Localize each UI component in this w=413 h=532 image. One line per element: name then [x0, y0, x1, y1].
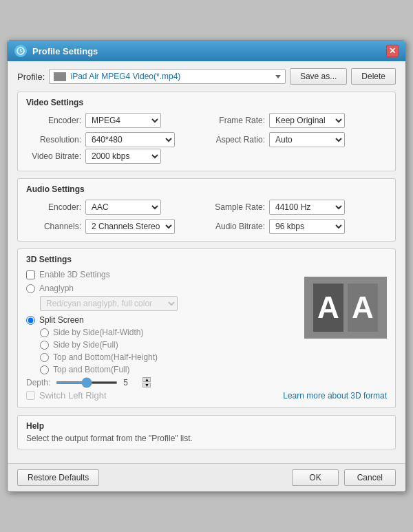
depth-value: 5 — [123, 378, 137, 387]
resolution-row: Resolution: 640*480 720*480 1280*720 — [26, 132, 203, 147]
video-bitrate-select[interactable]: 2000 kbps 1500 kbps 1000 kbps — [85, 149, 161, 164]
audio-encoder-label: Encoder: — [26, 202, 81, 212]
video-bitrate-row: Video Bitrate: 2000 kbps 1500 kbps 1000 … — [26, 149, 387, 164]
delete-button[interactable]: Delete — [351, 68, 396, 85]
resolution-select[interactable]: 640*480 720*480 1280*720 — [85, 132, 175, 147]
side-half-label: Side by Side(Half-Width) — [53, 328, 143, 337]
dialog-title: Profile Settings — [32, 46, 386, 56]
depth-label: Depth: — [26, 378, 50, 387]
enable-3d-checkbox[interactable] — [26, 270, 35, 279]
depth-down-button[interactable]: ▼ — [142, 383, 151, 387]
depth-slider[interactable] — [56, 381, 118, 384]
sample-rate-label: Sample Rate: — [210, 202, 265, 212]
ok-button[interactable]: OK — [292, 469, 338, 486]
side-full-radio[interactable] — [40, 341, 49, 350]
side-full-row: Side by Side(Full) — [40, 340, 387, 350]
sample-rate-row: Sample Rate: 44100 Hz 22050 Hz 48000 Hz — [210, 200, 387, 215]
anaglyph-label[interactable]: Anaglyph — [39, 284, 74, 293]
sample-rate-select[interactable]: 44100 Hz 22050 Hz 48000 Hz — [269, 200, 345, 215]
preview-a-right: A — [348, 284, 378, 332]
resolution-label: Resolution: — [26, 135, 81, 145]
cancel-button[interactable]: Cancel — [344, 469, 396, 486]
depth-row: Depth: 5 ▲ ▼ — [26, 377, 387, 387]
enable-3d-label[interactable]: Enable 3D Settings — [39, 270, 110, 279]
close-button[interactable]: ✕ — [386, 45, 399, 57]
audio-settings-section: Audio Settings Encoder: AAC MP3 AC3 Samp… — [17, 178, 396, 242]
audio-settings-grid: Encoder: AAC MP3 AC3 Sample Rate: 44100 … — [26, 200, 387, 234]
switch-lr-checkbox[interactable] — [26, 391, 35, 400]
switch-lr-label[interactable]: Switch Left Right — [39, 390, 107, 401]
video-settings-title: Video Settings — [26, 98, 387, 107]
frame-rate-select[interactable]: Keep Original 24 25 30 — [269, 113, 345, 128]
depth-up-button[interactable]: ▲ — [142, 377, 151, 382]
audio-bitrate-row: Audio Bitrate: 96 kbps 128 kbps 192 kbps — [210, 219, 387, 234]
3d-settings-section: 3D Settings A A Enable 3D Settings Anagl… — [17, 248, 396, 408]
help-text: Select the output format from the "Profi… — [26, 434, 387, 443]
top-full-label: Top and Bottom(Full) — [53, 365, 129, 374]
profile-row: Profile: iPad Air MPEG4 Video(*.mp4) Sav… — [17, 68, 396, 85]
title-bar: Profile Settings ✕ — [8, 41, 405, 61]
audio-encoder-row: Encoder: AAC MP3 AC3 — [26, 200, 203, 215]
profile-dropdown[interactable]: iPad Air MPEG4 Video(*.mp4) — [49, 69, 285, 84]
profile-value: iPad Air MPEG4 Video(*.mp4) — [70, 72, 272, 81]
channels-row: Channels: 2 Channels Stereo 1 Channel Mo… — [26, 219, 203, 234]
help-section: Help Select the output format from the "… — [17, 415, 396, 449]
preview-aa: A A — [313, 284, 378, 332]
dialog-body: Profile: iPad Air MPEG4 Video(*.mp4) Sav… — [8, 61, 405, 463]
audio-bitrate-label: Audio Bitrate: — [210, 222, 265, 231]
frame-rate-row: Frame Rate: Keep Original 24 25 30 — [210, 113, 387, 128]
aspect-ratio-label: Aspect Ratio: — [210, 135, 265, 145]
3d-settings-title: 3D Settings — [26, 255, 387, 264]
save-as-button[interactable]: Save as... — [290, 68, 347, 85]
footer-right: OK Cancel — [292, 469, 396, 486]
learn-more-link[interactable]: Learn more about 3D format — [283, 391, 387, 401]
bottom-row: Switch Left Right Learn more about 3D fo… — [26, 390, 387, 401]
profile-icon — [54, 72, 66, 81]
footer-left: Restore Defaults — [17, 469, 292, 486]
footer: Restore Defaults OK Cancel — [8, 463, 405, 491]
app-icon — [14, 45, 27, 57]
depth-spinner: ▲ ▼ — [142, 377, 151, 387]
frame-rate-label: Frame Rate: — [210, 116, 265, 125]
preview-a-left: A — [313, 284, 343, 332]
encoder-label: Encoder: — [26, 116, 81, 125]
video-bitrate-label: Video Bitrate: — [26, 151, 81, 161]
channels-label: Channels: — [26, 222, 81, 231]
audio-settings-title: Audio Settings — [26, 184, 387, 194]
profile-dropdown-arrow — [275, 75, 281, 78]
anaglyph-radio[interactable] — [26, 284, 35, 293]
aspect-ratio-row: Aspect Ratio: Auto 4:3 16:9 — [210, 132, 387, 147]
aspect-ratio-select[interactable]: Auto 4:3 16:9 — [269, 132, 345, 147]
switch-row: Switch Left Right — [26, 390, 107, 401]
video-settings-grid: Encoder: MPEG4 H.264 H.265 Frame Rate: K… — [26, 113, 387, 147]
encoder-select[interactable]: MPEG4 H.264 H.265 — [85, 113, 161, 128]
split-screen-label[interactable]: Split Screen — [39, 315, 84, 325]
top-full-row: Top and Bottom(Full) — [40, 365, 387, 374]
top-half-row: Top and Bottom(Half-Height) — [40, 352, 387, 362]
channels-select[interactable]: 2 Channels Stereo 1 Channel Mono — [85, 219, 175, 234]
top-half-radio[interactable] — [40, 353, 49, 362]
audio-bitrate-select[interactable]: 96 kbps 128 kbps 192 kbps — [269, 219, 345, 234]
3d-preview-box: A A — [304, 277, 387, 339]
encoder-row: Encoder: MPEG4 H.264 H.265 — [26, 113, 203, 128]
top-full-radio[interactable] — [40, 365, 49, 374]
help-title: Help — [26, 421, 387, 431]
side-half-radio[interactable] — [40, 328, 49, 337]
profile-label: Profile: — [17, 72, 45, 82]
restore-defaults-button[interactable]: Restore Defaults — [17, 469, 99, 486]
top-half-label: Top and Bottom(Half-Height) — [53, 352, 158, 362]
audio-encoder-select[interactable]: AAC MP3 AC3 — [85, 200, 161, 215]
side-full-label: Side by Side(Full) — [53, 340, 118, 350]
profile-settings-dialog: Profile Settings ✕ Profile: iPad Air MPE… — [7, 40, 406, 492]
split-screen-radio[interactable] — [26, 316, 35, 325]
video-settings-section: Video Settings Encoder: MPEG4 H.264 H.26… — [17, 92, 396, 171]
anaglyph-select[interactable]: Red/cyan anaglyph, full color — [40, 296, 178, 311]
